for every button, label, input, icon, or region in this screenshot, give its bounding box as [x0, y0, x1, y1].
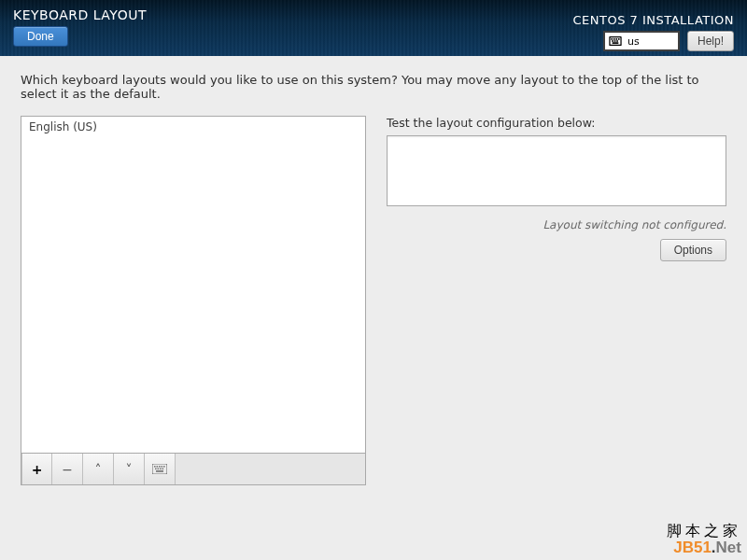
- svg-rect-20: [156, 470, 163, 472]
- test-label: Test the layout configuration below:: [387, 116, 726, 130]
- svg-rect-17: [158, 469, 160, 470]
- keyboard-language-code: us: [627, 35, 640, 48]
- header-right: CENTOS 7 INSTALLATION us Help!: [572, 13, 734, 51]
- svg-rect-11: [154, 466, 156, 468]
- svg-rect-12: [157, 466, 159, 468]
- layouts-panel: English (US) + − ˄ ˅: [21, 116, 366, 485]
- svg-rect-3: [613, 38, 615, 40]
- svg-rect-14: [162, 466, 163, 468]
- layout-list[interactable]: English (US): [21, 116, 366, 454]
- svg-rect-4: [615, 38, 617, 40]
- svg-rect-8: [616, 40, 618, 42]
- chevron-down-icon: ˅: [126, 462, 133, 477]
- done-button[interactable]: Done: [13, 26, 68, 47]
- svg-rect-9: [613, 42, 619, 44]
- move-up-button[interactable]: ˄: [83, 454, 114, 484]
- test-panel: Test the layout configuration below: Lay…: [387, 116, 726, 485]
- options-button[interactable]: Options: [660, 239, 726, 261]
- keyboard-icon: [609, 36, 622, 46]
- minus-icon: −: [62, 462, 73, 477]
- help-button[interactable]: Help!: [687, 31, 734, 51]
- plus-icon: +: [32, 462, 43, 477]
- svg-rect-5: [618, 38, 620, 40]
- svg-rect-6: [612, 40, 613, 42]
- svg-rect-2: [611, 38, 613, 40]
- add-layout-button[interactable]: +: [21, 454, 52, 484]
- svg-rect-18: [160, 469, 162, 470]
- move-down-button[interactable]: ˅: [114, 454, 145, 484]
- keyboard-language-indicator[interactable]: us: [603, 31, 680, 51]
- install-title: CENTOS 7 INSTALLATION: [572, 13, 734, 27]
- preview-keyboard-button[interactable]: [145, 454, 176, 484]
- content-area: Which keyboard layouts would you like to…: [0, 56, 747, 502]
- watermark-line2: JB51.Net: [667, 539, 741, 556]
- svg-rect-7: [614, 40, 616, 42]
- remove-layout-button[interactable]: −: [52, 454, 83, 484]
- header-bar: KEYBOARD LAYOUT Done CENTOS 7 INSTALLATI…: [0, 0, 747, 56]
- svg-rect-16: [155, 469, 157, 470]
- svg-rect-19: [162, 469, 164, 470]
- watermark-line1: 脚本之家: [667, 524, 741, 539]
- switching-status: Layout switching not configured.: [387, 218, 726, 231]
- layout-toolbar: + − ˄ ˅: [21, 454, 366, 485]
- layout-item[interactable]: English (US): [21, 117, 365, 137]
- svg-rect-13: [159, 466, 161, 468]
- chevron-up-icon: ˄: [95, 462, 102, 477]
- keyboard-icon: [152, 464, 167, 474]
- watermark: 脚本之家 JB51.Net: [667, 524, 741, 556]
- instruction-text: Which keyboard layouts would you like to…: [21, 73, 726, 101]
- test-input[interactable]: [387, 135, 726, 206]
- svg-rect-15: [163, 466, 165, 468]
